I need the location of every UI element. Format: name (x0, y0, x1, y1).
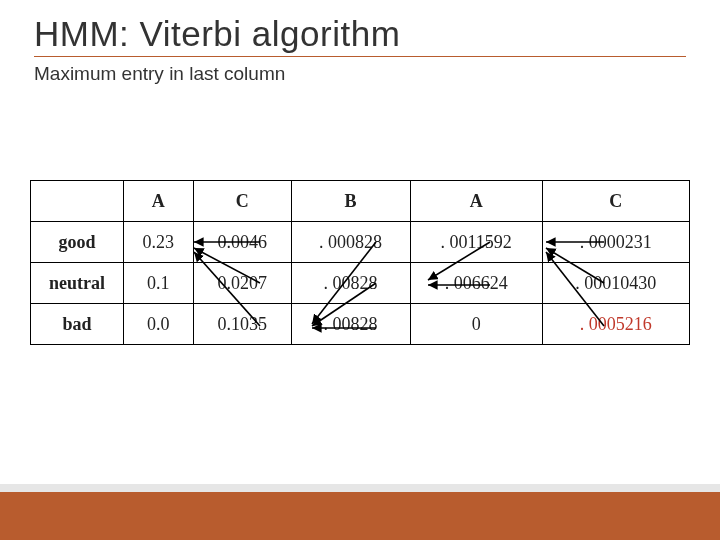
row-header: bad (31, 304, 124, 345)
table-corner (31, 181, 124, 222)
cell: . 006624 (410, 263, 542, 304)
col-header: A (410, 181, 542, 222)
page-title: HMM: Viterbi algorithm (34, 14, 686, 57)
cell: 0.1 (124, 263, 194, 304)
slide: HMM: Viterbi algorithm Maximum entry in … (0, 0, 720, 540)
viterbi-table: A C B A C good 0.23 0.0046 . 000828 . 00… (30, 180, 690, 345)
table-row: good 0.23 0.0046 . 000828 . 0011592 . 00… (31, 222, 690, 263)
cell: 0.0207 (193, 263, 291, 304)
row-header: good (31, 222, 124, 263)
col-header: C (542, 181, 689, 222)
cell: . 0011592 (410, 222, 542, 263)
cell-highlight: . 0005216 (542, 304, 689, 345)
footer-divider (0, 484, 720, 492)
cell: . 00010430 (542, 263, 689, 304)
viterbi-table-wrap: A C B A C good 0.23 0.0046 . 000828 . 00… (30, 180, 690, 345)
table-header-row: A C B A C (31, 181, 690, 222)
footer-band (0, 492, 720, 540)
cell: 0.23 (124, 222, 194, 263)
cell: 0.1035 (193, 304, 291, 345)
table-row: neutral 0.1 0.0207 . 00828 . 006624 . 00… (31, 263, 690, 304)
table-row: bad 0.0 0.1035 . 00828 0 . 0005216 (31, 304, 690, 345)
col-header: C (193, 181, 291, 222)
cell: 0.0046 (193, 222, 291, 263)
row-header: neutral (31, 263, 124, 304)
cell: . 000828 (291, 222, 410, 263)
cell: . 00828 (291, 304, 410, 345)
col-header: A (124, 181, 194, 222)
col-header: B (291, 181, 410, 222)
subtitle: Maximum entry in last column (34, 63, 686, 85)
cell: 0 (410, 304, 542, 345)
cell: 0.0 (124, 304, 194, 345)
cell: . 0000231 (542, 222, 689, 263)
cell: . 00828 (291, 263, 410, 304)
